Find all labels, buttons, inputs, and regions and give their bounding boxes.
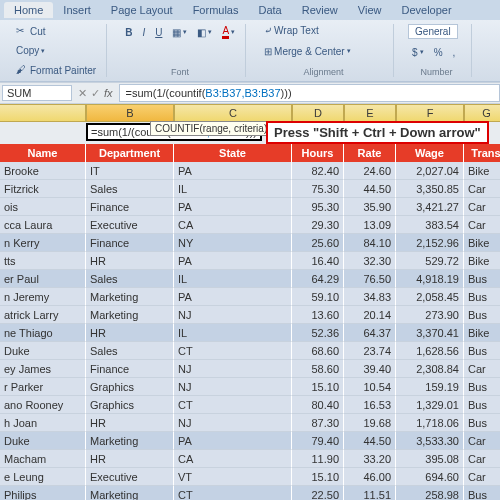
cell[interactable]: Marketing: [86, 432, 174, 450]
table-row[interactable]: ttsHRPA16.4032.30529.72Bike: [0, 252, 500, 270]
cell[interactable]: Macham: [0, 450, 86, 468]
cell[interactable]: 4,918.19: [396, 270, 464, 288]
cell[interactable]: 383.54: [396, 216, 464, 234]
cell[interactable]: IL: [174, 324, 292, 342]
cell[interactable]: Car: [464, 360, 500, 378]
cell[interactable]: 258.98: [396, 486, 464, 500]
cell[interactable]: 46.00: [344, 468, 396, 486]
cell[interactable]: Finance: [86, 360, 174, 378]
merge-center-button[interactable]: ⊞Merge & Center▾: [260, 45, 355, 58]
cell[interactable]: 529.72: [396, 252, 464, 270]
tab-data[interactable]: Data: [248, 2, 291, 18]
italic-button[interactable]: I: [138, 26, 149, 39]
tab-page-layout[interactable]: Page Layout: [101, 2, 183, 18]
copy-button[interactable]: Copy▾: [12, 44, 49, 57]
number-format-select[interactable]: General: [408, 24, 458, 39]
cell[interactable]: Bus: [464, 342, 500, 360]
cell[interactable]: 11.90: [292, 450, 344, 468]
cell[interactable]: Bus: [464, 396, 500, 414]
tab-developer[interactable]: Developer: [391, 2, 461, 18]
cell[interactable]: Brooke: [0, 162, 86, 180]
cell[interactable]: PA: [174, 162, 292, 180]
cell[interactable]: Car: [464, 468, 500, 486]
table-row[interactable]: atrick LarryMarketingNJ13.6020.14273.90B…: [0, 306, 500, 324]
col-header-e[interactable]: E: [344, 104, 396, 122]
cell[interactable]: 273.90: [396, 306, 464, 324]
cell[interactable]: Finance: [86, 234, 174, 252]
cell[interactable]: 79.40: [292, 432, 344, 450]
cell[interactable]: HR: [86, 414, 174, 432]
cell[interactable]: 80.40: [292, 396, 344, 414]
cell[interactable]: 159.19: [396, 378, 464, 396]
cell[interactable]: Bike: [464, 252, 500, 270]
cell[interactable]: Bus: [464, 378, 500, 396]
cell[interactable]: 32.30: [344, 252, 396, 270]
tab-review[interactable]: Review: [292, 2, 348, 18]
cell[interactable]: 395.08: [396, 450, 464, 468]
tab-home[interactable]: Home: [4, 2, 53, 18]
tab-insert[interactable]: Insert: [53, 2, 101, 18]
bold-button[interactable]: B: [121, 26, 136, 39]
cell[interactable]: 68.60: [292, 342, 344, 360]
col-header-d[interactable]: D: [292, 104, 344, 122]
cell[interactable]: 10.54: [344, 378, 396, 396]
cell[interactable]: 35.90: [344, 198, 396, 216]
cell[interactable]: e Leung: [0, 468, 86, 486]
table-row[interactable]: oisFinancePA95.3035.903,421.27Car: [0, 198, 500, 216]
cell[interactable]: 13.60: [292, 306, 344, 324]
cell[interactable]: 1,329.01: [396, 396, 464, 414]
col-header-g[interactable]: G: [464, 104, 500, 122]
cell[interactable]: 2,308.84: [396, 360, 464, 378]
col-header-b[interactable]: B: [86, 104, 174, 122]
cell[interactable]: NJ: [174, 414, 292, 432]
cell[interactable]: 82.40: [292, 162, 344, 180]
col-header-f[interactable]: F: [396, 104, 464, 122]
border-button[interactable]: ▦▾: [168, 26, 191, 39]
table-row[interactable]: h JoanHRNJ87.3019.681,718.06Bus: [0, 414, 500, 432]
cell[interactable]: n Jeremy: [0, 288, 86, 306]
cell[interactable]: r Parker: [0, 378, 86, 396]
cell[interactable]: 1,628.56: [396, 342, 464, 360]
cut-button[interactable]: ✂Cut: [12, 24, 50, 38]
cell[interactable]: 76.50: [344, 270, 396, 288]
table-row[interactable]: r ParkerGraphicsNJ15.1010.54159.19Bus: [0, 378, 500, 396]
cell[interactable]: NJ: [174, 360, 292, 378]
cell[interactable]: er Paul: [0, 270, 86, 288]
cell[interactable]: Sales: [86, 342, 174, 360]
cell[interactable]: PA: [174, 288, 292, 306]
cell[interactable]: NJ: [174, 378, 292, 396]
tab-formulas[interactable]: Formulas: [183, 2, 249, 18]
table-row[interactable]: ano RooneyGraphicsCT80.4016.531,329.01Bu…: [0, 396, 500, 414]
table-row[interactable]: ey JamesFinanceNJ58.6039.402,308.84Car: [0, 360, 500, 378]
cell[interactable]: 29.30: [292, 216, 344, 234]
cell[interactable]: CA: [174, 450, 292, 468]
cell[interactable]: HR: [86, 252, 174, 270]
cell[interactable]: PA: [174, 432, 292, 450]
cell[interactable]: Bike: [464, 234, 500, 252]
cell[interactable]: Duke: [0, 342, 86, 360]
th-wage[interactable]: Wage: [396, 144, 464, 162]
cell[interactable]: 84.10: [344, 234, 396, 252]
table-row[interactable]: FitzrickSalesIL75.3044.503,350.85Car: [0, 180, 500, 198]
table-row[interactable]: MachamHRCA11.9033.20395.08Car: [0, 450, 500, 468]
cell[interactable]: 39.40: [344, 360, 396, 378]
cell[interactable]: 13.09: [344, 216, 396, 234]
cell[interactable]: 25.60: [292, 234, 344, 252]
font-color-button[interactable]: A▾: [218, 24, 239, 40]
cell[interactable]: Car: [464, 450, 500, 468]
col-header-blank[interactable]: [0, 104, 86, 122]
cell[interactable]: 22.50: [292, 486, 344, 500]
cell[interactable]: Philips: [0, 486, 86, 500]
table-row[interactable]: e LeungExecutiveVT15.1046.00694.60Car: [0, 468, 500, 486]
cell[interactable]: 3,370.41: [396, 324, 464, 342]
cell[interactable]: NJ: [174, 306, 292, 324]
cell[interactable]: Bus: [464, 486, 500, 500]
fill-color-button[interactable]: ◧▾: [193, 26, 216, 39]
th-hours[interactable]: Hours: [292, 144, 344, 162]
cell[interactable]: Bike: [464, 324, 500, 342]
cell[interactable]: 3,533.30: [396, 432, 464, 450]
cell[interactable]: Car: [464, 180, 500, 198]
cell[interactable]: Bus: [464, 414, 500, 432]
cell[interactable]: 2,027.04: [396, 162, 464, 180]
table-row[interactable]: PhilipsMarketingCT22.5011.51258.98Bus: [0, 486, 500, 500]
